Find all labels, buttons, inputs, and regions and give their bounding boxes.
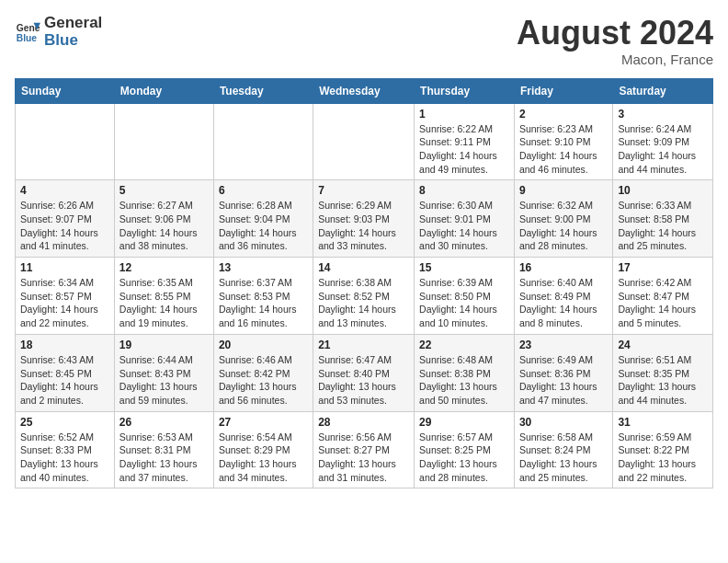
day-number: 18 [20,339,109,351]
calendar-cell: 4Sunrise: 6:26 AM Sunset: 9:07 PM Daylig… [16,180,115,258]
calendar-cell: 18Sunrise: 6:43 AM Sunset: 8:45 PM Dayli… [16,334,115,411]
day-number: 21 [318,339,409,351]
day-info: Sunrise: 6:53 AM Sunset: 8:31 PM Dayligh… [119,431,209,485]
calendar-cell: 10Sunrise: 6:33 AM Sunset: 8:58 PM Dayli… [613,180,713,258]
calendar-cell: 23Sunrise: 6:49 AM Sunset: 8:36 PM Dayli… [514,334,612,411]
day-info: Sunrise: 6:47 AM Sunset: 8:40 PM Dayligh… [318,353,409,408]
logo-blue: Blue [44,32,102,50]
weekday-header: Thursday [415,78,515,103]
calendar-cell: 26Sunrise: 6:53 AM Sunset: 8:31 PM Dayli… [114,411,213,488]
day-info: Sunrise: 6:44 AM Sunset: 8:43 PM Dayligh… [119,353,209,408]
calendar-cell [16,103,115,180]
day-info: Sunrise: 6:34 AM Sunset: 8:57 PM Dayligh… [20,276,109,330]
day-number: 25 [20,416,109,429]
day-info: Sunrise: 6:30 AM Sunset: 9:01 PM Dayligh… [419,199,509,253]
calendar-cell: 11Sunrise: 6:34 AM Sunset: 8:57 PM Dayli… [16,258,115,335]
day-number: 8 [419,184,509,197]
calendar-week-row: 11Sunrise: 6:34 AM Sunset: 8:57 PM Dayli… [16,258,713,335]
day-info: Sunrise: 6:39 AM Sunset: 8:50 PM Dayligh… [419,276,509,330]
day-info: Sunrise: 6:22 AM Sunset: 9:11 PM Dayligh… [419,122,509,177]
day-number: 9 [519,184,608,197]
day-number: 5 [119,184,209,197]
day-info: Sunrise: 6:57 AM Sunset: 8:25 PM Dayligh… [419,431,509,485]
day-info: Sunrise: 6:23 AM Sunset: 9:10 PM Dayligh… [519,122,608,177]
day-number: 7 [318,184,409,197]
weekday-header: Wednesday [313,78,415,103]
day-number: 6 [219,184,308,197]
calendar-table: SundayMondayTuesdayWednesdayThursdayFrid… [15,78,713,489]
day-number: 1 [419,108,509,121]
day-info: Sunrise: 6:59 AM Sunset: 8:22 PM Dayligh… [618,431,708,485]
calendar-cell: 29Sunrise: 6:57 AM Sunset: 8:25 PM Dayli… [415,411,515,488]
day-info: Sunrise: 6:42 AM Sunset: 8:47 PM Dayligh… [618,276,708,330]
calendar-cell [114,103,213,180]
day-number: 29 [419,416,509,429]
day-number: 16 [519,261,608,274]
day-info: Sunrise: 6:40 AM Sunset: 8:49 PM Dayligh… [519,276,608,330]
day-number: 13 [219,261,308,274]
day-number: 22 [419,339,509,351]
logo: General Blue General Blue [15,15,102,49]
calendar-cell: 13Sunrise: 6:37 AM Sunset: 8:53 PM Dayli… [213,258,313,335]
calendar-cell: 14Sunrise: 6:38 AM Sunset: 8:52 PM Dayli… [313,258,415,335]
day-number: 4 [20,184,109,197]
weekday-header: Saturday [613,78,713,103]
day-info: Sunrise: 6:43 AM Sunset: 8:45 PM Dayligh… [20,353,109,408]
weekday-header: Sunday [16,78,115,103]
day-number: 31 [618,416,708,429]
calendar-week-row: 4Sunrise: 6:26 AM Sunset: 9:07 PM Daylig… [16,180,713,258]
day-info: Sunrise: 6:56 AM Sunset: 8:27 PM Dayligh… [318,431,409,485]
calendar-cell: 15Sunrise: 6:39 AM Sunset: 8:50 PM Dayli… [415,258,515,335]
day-info: Sunrise: 6:52 AM Sunset: 8:33 PM Dayligh… [20,431,109,485]
day-number: 24 [618,339,708,351]
day-info: Sunrise: 6:49 AM Sunset: 8:36 PM Dayligh… [519,353,608,408]
calendar-cell: 17Sunrise: 6:42 AM Sunset: 8:47 PM Dayli… [613,258,713,335]
calendar-cell: 12Sunrise: 6:35 AM Sunset: 8:55 PM Dayli… [114,258,213,335]
calendar-cell [213,103,313,180]
calendar-cell: 6Sunrise: 6:28 AM Sunset: 9:04 PM Daylig… [213,180,313,258]
calendar-cell: 9Sunrise: 6:32 AM Sunset: 9:00 PM Daylig… [514,180,612,258]
location-subtitle: Macon, France [517,52,713,67]
day-info: Sunrise: 6:27 AM Sunset: 9:06 PM Dayligh… [119,199,209,253]
calendar-cell: 27Sunrise: 6:54 AM Sunset: 8:29 PM Dayli… [213,411,313,488]
calendar-cell: 1Sunrise: 6:22 AM Sunset: 9:11 PM Daylig… [415,103,515,180]
calendar-cell: 3Sunrise: 6:24 AM Sunset: 9:09 PM Daylig… [613,103,713,180]
calendar-cell: 16Sunrise: 6:40 AM Sunset: 8:49 PM Dayli… [514,258,612,335]
day-info: Sunrise: 6:32 AM Sunset: 9:00 PM Dayligh… [519,199,608,253]
day-number: 28 [318,416,409,429]
title-area: August 2024 Macon, France [517,15,713,67]
day-number: 2 [519,108,608,121]
day-number: 10 [618,184,708,197]
day-info: Sunrise: 6:29 AM Sunset: 9:03 PM Dayligh… [318,199,409,253]
day-number: 23 [519,339,608,351]
calendar-week-row: 18Sunrise: 6:43 AM Sunset: 8:45 PM Dayli… [16,334,713,411]
day-info: Sunrise: 6:28 AM Sunset: 9:04 PM Dayligh… [219,199,308,253]
calendar-week-row: 25Sunrise: 6:52 AM Sunset: 8:33 PM Dayli… [16,411,713,488]
calendar-cell: 20Sunrise: 6:46 AM Sunset: 8:42 PM Dayli… [213,334,313,411]
day-info: Sunrise: 6:48 AM Sunset: 8:38 PM Dayligh… [419,353,509,408]
calendar-cell: 28Sunrise: 6:56 AM Sunset: 8:27 PM Dayli… [313,411,415,488]
day-info: Sunrise: 6:38 AM Sunset: 8:52 PM Dayligh… [318,276,409,330]
day-info: Sunrise: 6:58 AM Sunset: 8:24 PM Dayligh… [519,431,608,485]
day-number: 27 [219,416,308,429]
calendar-cell: 7Sunrise: 6:29 AM Sunset: 9:03 PM Daylig… [313,180,415,258]
weekday-header: Friday [514,78,612,103]
calendar-cell: 31Sunrise: 6:59 AM Sunset: 8:22 PM Dayli… [613,411,713,488]
day-number: 11 [20,261,109,274]
day-info: Sunrise: 6:33 AM Sunset: 8:58 PM Dayligh… [618,199,708,253]
day-info: Sunrise: 6:46 AM Sunset: 8:42 PM Dayligh… [219,353,308,408]
calendar-cell [313,103,415,180]
calendar-cell: 24Sunrise: 6:51 AM Sunset: 8:35 PM Dayli… [613,334,713,411]
calendar-cell: 25Sunrise: 6:52 AM Sunset: 8:33 PM Dayli… [16,411,115,488]
day-number: 26 [119,416,209,429]
day-number: 14 [318,261,409,274]
day-number: 12 [119,261,209,274]
calendar-cell: 22Sunrise: 6:48 AM Sunset: 8:38 PM Dayli… [415,334,515,411]
month-year-title: August 2024 [517,15,713,52]
day-info: Sunrise: 6:51 AM Sunset: 8:35 PM Dayligh… [618,353,708,408]
day-info: Sunrise: 6:26 AM Sunset: 9:07 PM Dayligh… [20,199,109,253]
logo-general: General [44,15,102,32]
calendar-cell: 21Sunrise: 6:47 AM Sunset: 8:40 PM Dayli… [313,334,415,411]
day-number: 17 [618,261,708,274]
weekday-header: Monday [114,78,213,103]
